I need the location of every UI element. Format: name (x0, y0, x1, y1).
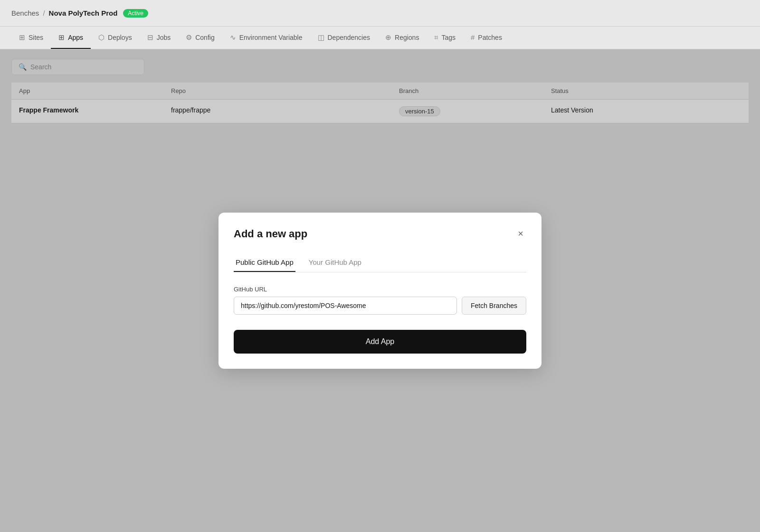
nav-tabs: ⊞ Sites ⊞ Apps ⬡ Deploys ⊟ Jobs ⚙ Config… (0, 27, 760, 49)
breadcrumb-current: Nova PolyTech Prod (49, 9, 118, 17)
add-app-button[interactable]: Add App (234, 330, 526, 354)
env-icon: ∿ (230, 33, 236, 42)
tab-config[interactable]: ⚙ Config (178, 27, 222, 49)
tab-sites[interactable]: ⊞ Sites (11, 27, 51, 49)
modal-overlay: Add a new app × Public GitHub App Your G… (0, 49, 760, 532)
main-content: 🔍 Search App Repo Branch Status Frappe F… (0, 49, 760, 532)
tab-your-github-app[interactable]: Your GitHub App (307, 253, 363, 272)
form-row: Fetch Branches (234, 297, 526, 315)
deploys-icon: ⬡ (98, 33, 104, 42)
breadcrumb-separator: / (43, 9, 45, 17)
modal-header: Add a new app × (234, 228, 526, 240)
tab-dependencies[interactable]: ◫ Dependencies (310, 27, 378, 49)
sites-icon: ⊞ (19, 33, 25, 42)
tab-apps[interactable]: ⊞ Apps (51, 27, 91, 49)
tab-jobs-label: Jobs (157, 34, 171, 41)
tab-environment-variable[interactable]: ∿ Environment Variable (222, 27, 310, 49)
config-icon: ⚙ (186, 33, 192, 42)
modal-form: GitHub URL Fetch Branches Add App (234, 286, 526, 354)
add-app-modal: Add a new app × Public GitHub App Your G… (218, 213, 542, 369)
tab-tags[interactable]: ⌗ Tags (427, 27, 463, 49)
tab-public-github-app[interactable]: Public GitHub App (234, 253, 295, 272)
tab-deps-label: Dependencies (328, 34, 370, 41)
tab-deploys-label: Deploys (108, 34, 132, 41)
tab-regions[interactable]: ⊕ Regions (378, 27, 427, 49)
patches-icon: # (471, 33, 475, 41)
apps-icon: ⊞ (58, 33, 65, 42)
tab-tags-label: Tags (441, 34, 456, 41)
tab-sites-label: Sites (28, 34, 43, 41)
jobs-icon: ⊟ (147, 33, 153, 42)
status-badge: Active (123, 9, 148, 18)
deps-icon: ◫ (318, 33, 324, 42)
tab-deploys[interactable]: ⬡ Deploys (91, 27, 140, 49)
breadcrumb: Benches / Nova PolyTech Prod Active (11, 9, 148, 18)
modal-title: Add a new app (234, 228, 307, 240)
tab-regions-label: Regions (395, 34, 419, 41)
tab-config-label: Config (195, 34, 214, 41)
regions-icon: ⊕ (385, 33, 391, 42)
tab-patches-label: Patches (478, 34, 502, 41)
tags-icon: ⌗ (434, 33, 438, 42)
tab-jobs[interactable]: ⊟ Jobs (140, 27, 179, 49)
breadcrumb-parent[interactable]: Benches (11, 9, 39, 17)
modal-close-button[interactable]: × (515, 228, 526, 239)
modal-tabs: Public GitHub App Your GitHub App (234, 253, 526, 272)
top-bar: Benches / Nova PolyTech Prod Active (0, 0, 760, 27)
github-url-input[interactable] (234, 297, 457, 315)
tab-patches[interactable]: # Patches (463, 27, 510, 49)
tab-apps-label: Apps (68, 34, 83, 41)
fetch-branches-button[interactable]: Fetch Branches (462, 297, 526, 315)
github-url-label: GitHub URL (234, 286, 526, 293)
tab-env-label: Environment Variable (239, 34, 303, 41)
